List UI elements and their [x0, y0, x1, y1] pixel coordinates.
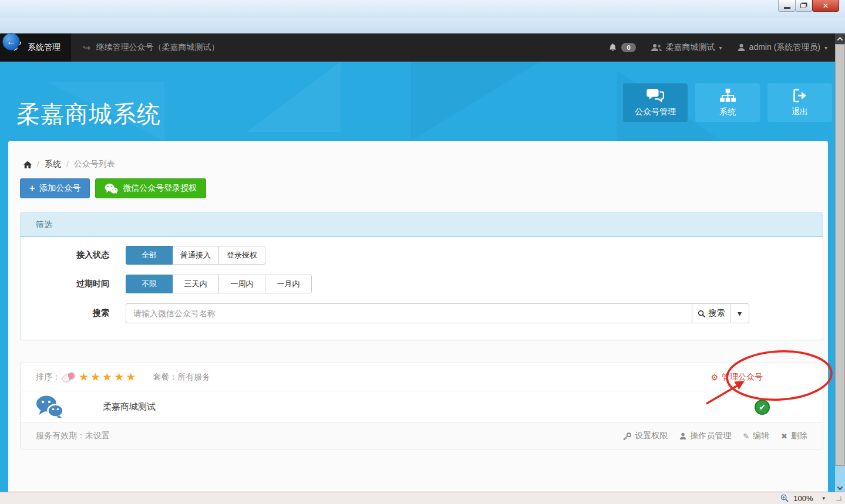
- close-button[interactable]: ✕: [812, 0, 839, 12]
- toggle-login-auth[interactable]: 登录授权: [218, 246, 265, 265]
- scrollbar-track[interactable]: [835, 466, 845, 492]
- browser-toolbar: ← → http://wap.roujiasy.com/web/index.ph…: [0, 18, 845, 33]
- page-hero: 柔嘉商城系统 公众号管理 系统 退出: [0, 62, 845, 141]
- restore-icon: [800, 4, 806, 8]
- star-icon: ★: [102, 371, 114, 383]
- toggle-normal-access[interactable]: 普通接入: [172, 246, 219, 265]
- notification-count-badge: 0: [621, 43, 635, 52]
- row-actions: 设置权限 操作员管理 ✎ 编辑 ✖ 删除: [622, 431, 807, 441]
- caret-down-icon: ▾: [824, 45, 827, 51]
- action-buttons-row: + 添加公众号 微信公众号登录授权: [20, 178, 206, 198]
- operator-management-action[interactable]: 操作员管理: [679, 431, 731, 441]
- breadcrumb-item-system[interactable]: 系统: [45, 159, 61, 170]
- star-icon: ★: [126, 371, 137, 383]
- wechat-auth-label: 微信公众号登录授权: [123, 183, 197, 194]
- delete-action[interactable]: ✖ 删除: [781, 431, 807, 441]
- hero-button-label: 公众号管理: [635, 107, 676, 117]
- action-label: 删除: [791, 431, 807, 441]
- gear-icon: ⚙: [711, 373, 718, 382]
- account-list-row[interactable]: 柔嘉商城测试 ✔: [21, 391, 823, 423]
- breadcrumb-separator: /: [66, 160, 69, 169]
- back-button[interactable]: ←: [2, 33, 20, 50]
- toggle-all[interactable]: 全部: [126, 246, 173, 265]
- page-background: / 系统 / 公众号列表 + 添加公众号 微信公众号登录授权 筛选 接入状态: [0, 141, 845, 492]
- filter-row-search: 搜索 搜索 ▾: [21, 303, 823, 323]
- minimize-button[interactable]: [778, 0, 796, 12]
- scrollbar-down-arrow[interactable]: [835, 485, 845, 489]
- pencil-icon: ✎: [743, 432, 749, 441]
- app-navbar: ⚙⚙ 系统管理 ↪ 继续管理公众号（柔嘉商城测试） 0 柔嘉商城测试 ▾ adm…: [0, 33, 845, 62]
- search-button[interactable]: 搜索: [692, 303, 730, 323]
- chevron-down-icon: [837, 485, 843, 491]
- notifications-item[interactable]: 0: [608, 43, 635, 52]
- breadcrumb: / 系统 / 公众号列表: [23, 159, 115, 170]
- toggle-unlimited[interactable]: 不限: [126, 275, 173, 293]
- filter-row-access-status: 接入状态 全部 普通接入 登录授权: [21, 246, 823, 265]
- filter-panel-header: 筛选: [21, 212, 823, 237]
- delete-x-icon: ✖: [781, 432, 787, 441]
- search-input[interactable]: [126, 303, 692, 323]
- close-icon: ✕: [823, 2, 829, 10]
- manage-account-label: 管理公众号: [722, 372, 763, 383]
- package-info: 套餐：所有服务: [153, 372, 210, 383]
- users-icon: [651, 43, 662, 52]
- star-rating[interactable]: ★★★★★: [79, 370, 137, 384]
- hero-button-logout[interactable]: 退出: [767, 83, 832, 122]
- user-icon: [738, 43, 745, 52]
- service-validity: 服务有效期：未设置: [36, 431, 110, 441]
- hero-button-label: 系统: [719, 107, 736, 117]
- scrollbar-thumb[interactable]: [835, 44, 845, 466]
- star-icon: ★: [114, 371, 126, 383]
- user-icon: [679, 432, 686, 440]
- account-switcher[interactable]: 柔嘉商城测试 ▾: [651, 42, 722, 53]
- toggle-3-days[interactable]: 三天内: [172, 275, 219, 293]
- edit-action[interactable]: ✎ 编辑: [743, 431, 769, 441]
- scrollbar-up-arrow[interactable]: [835, 33, 845, 44]
- search-options-button[interactable]: ▾: [730, 303, 749, 323]
- browser-statusbar: 100% ▾: [0, 492, 845, 504]
- plus-icon: +: [29, 183, 35, 194]
- continue-label: 继续管理公众号（柔嘉商城测试）: [96, 42, 219, 53]
- toggle-1-week[interactable]: 一周内: [218, 275, 265, 293]
- user-menu[interactable]: admin (系统管理员) ▾: [738, 42, 827, 53]
- home-icon[interactable]: [23, 161, 32, 168]
- hero-triangle-decoration: [411, 62, 540, 141]
- key-icon: [622, 432, 631, 440]
- hero-button-label: 退出: [792, 107, 808, 117]
- caret-down-icon: ▾: [719, 45, 722, 51]
- vertical-scrollbar[interactable]: [835, 33, 845, 492]
- zoom-level[interactable]: 100%: [793, 494, 813, 503]
- add-account-button[interactable]: + 添加公众号: [20, 178, 90, 198]
- account-name[interactable]: 柔嘉商城测试: [103, 401, 156, 412]
- action-label: 操作员管理: [690, 431, 731, 441]
- action-label: 设置权限: [635, 431, 668, 441]
- hero-buttons: 公众号管理 系统 退出: [623, 83, 832, 122]
- filter-row-expire-time: 过期时间 不限 三天内 一周内 一月内: [21, 275, 823, 293]
- verified-check-badge: ✔: [755, 400, 770, 415]
- add-account-label: 添加公众号: [39, 183, 80, 194]
- breadcrumb-item-account-list: 公众号列表: [74, 159, 115, 170]
- chevron-up-icon: [837, 36, 843, 42]
- zoom-magnifier-icon[interactable]: [780, 494, 789, 502]
- wechat-logo-icon: [36, 395, 64, 420]
- sign-out-icon: [793, 89, 807, 103]
- eraser-icon[interactable]: [61, 371, 76, 383]
- toggle-1-month[interactable]: 一月内: [265, 275, 312, 293]
- redo-arrow-icon: ↪: [83, 42, 90, 53]
- account-list-header: 排序： ★★★★★ 套餐：所有服务 ⚙ 管理公众号: [21, 363, 823, 391]
- hero-button-account-management[interactable]: 公众号管理: [623, 83, 688, 122]
- wechat-auth-button[interactable]: 微信公众号登录授权: [95, 178, 206, 198]
- chat-bubbles-icon: [647, 89, 664, 103]
- nav-right-cluster: 0 柔嘉商城测试 ▾ admin (系统管理员) ▾: [608, 33, 845, 62]
- hero-button-system[interactable]: 系统: [695, 83, 760, 122]
- sitemap-icon: [720, 89, 736, 103]
- account-list-footer: 服务有效期：未设置 设置权限 操作员管理 ✎ 编辑 ✖: [21, 423, 823, 449]
- maximize-button[interactable]: [795, 0, 813, 12]
- filter-label: 过期时间: [21, 279, 126, 289]
- account-switcher-label: 柔嘉商城测试: [666, 42, 715, 53]
- set-permissions-action[interactable]: 设置权限: [622, 431, 668, 441]
- star-icon: ★: [79, 371, 90, 383]
- manage-account-link[interactable]: ⚙ 管理公众号: [711, 372, 763, 383]
- nav-continue-manage-link[interactable]: ↪ 继续管理公众号（柔嘉商城测试）: [71, 33, 231, 62]
- zoom-caret-icon[interactable]: ▾: [822, 495, 825, 501]
